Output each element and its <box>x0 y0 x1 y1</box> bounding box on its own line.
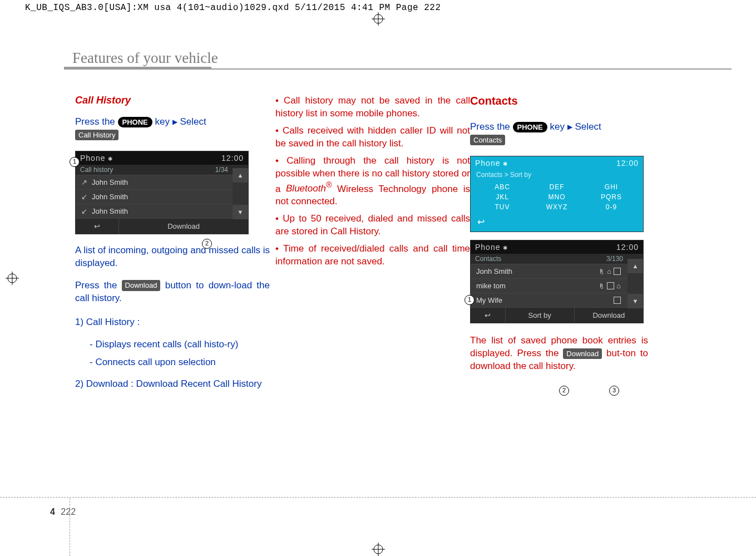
sort-cell: DEF <box>531 183 583 191</box>
page-number: 222 <box>61 507 76 516</box>
shot-sub-label: Contacts <box>475 255 501 263</box>
call-history-para2: Press the Download button to down-load t… <box>75 279 270 305</box>
call-history-press-line: Press the PHONE key ▶ Select Call Histor… <box>75 116 270 141</box>
shot-app-title: Phone ✱ <box>475 243 508 252</box>
contact-name: mike tom <box>476 282 597 290</box>
shot-sub: Contacts 3/130 <box>471 254 643 264</box>
download-button: Download <box>118 219 248 234</box>
contact-name: My Wife <box>476 296 612 304</box>
scroll-down-icon: ▼ <box>233 205 248 219</box>
call-row: ↗John Smith <box>76 175 233 189</box>
office-icon <box>614 268 621 275</box>
sort-cell: JKL <box>476 193 528 201</box>
call-name: John Smith <box>92 207 128 215</box>
sort-cell: WXYZ <box>531 203 583 211</box>
call-history-para1: A list of incoming, outgoing and missed … <box>75 244 270 270</box>
incoming-call-icon: ↙ <box>81 193 87 201</box>
arrow-right-icon: ▶ <box>567 123 572 131</box>
office-icon <box>607 282 614 289</box>
call-history-pill: Call History <box>75 130 118 141</box>
contact-row: Jonh Smith <box>471 264 627 278</box>
shot-sub: Call history 1/34 <box>76 165 248 175</box>
call-history-heading: Call History <box>75 95 270 106</box>
home-icon <box>615 282 622 290</box>
note-item: Calling through the call history is not … <box>275 155 470 208</box>
call-name: John Smith <box>92 193 128 201</box>
sort-cell: 0-9 <box>585 203 638 211</box>
note-item: Call history may not be saved in the cal… <box>275 95 470 120</box>
shot-sub: Contacts > Sort by <box>471 170 643 180</box>
item-1a: - Displays recent calls (call histo-ry) <box>75 338 270 351</box>
sortby-button: Sort by <box>505 308 574 323</box>
registration-mark-left <box>6 272 19 285</box>
sort-cell: ABC <box>476 183 528 191</box>
text: key <box>550 121 567 132</box>
text: Press the <box>470 121 513 132</box>
contact-name: Jonh Smith <box>476 267 597 275</box>
shot-time: 12:00 <box>616 243 639 252</box>
scroll-col: ▲ ▼ <box>233 168 248 219</box>
sort-cell: GHI <box>585 183 638 191</box>
shot-time: 12:00 <box>616 159 639 168</box>
note-item: Calls received with hidden caller ID wil… <box>275 125 470 150</box>
registration-mark-top <box>372 12 385 26</box>
text: Press the <box>75 280 122 291</box>
home-icon <box>606 267 612 275</box>
sort-cell: TUV <box>476 203 528 211</box>
shot-footer: ↩ Download <box>76 218 248 234</box>
print-header-line: K_UB_IQS_AB3.0[USA]:XM usa 4(101~audio)1… <box>25 3 441 13</box>
contacts-sort-screenshot: Phone ✱ 12:00 Contacts > Sort by ABC DEF… <box>470 156 644 232</box>
call-row: ↙John Smith <box>76 189 233 204</box>
chapter-number: 4 <box>50 507 55 516</box>
call-history-screenshot: Phone ✱ 12:00 Call history 1/34 ↗John Sm… <box>75 151 249 234</box>
text: Press the <box>75 116 118 127</box>
shot-app-title: Phone ✱ <box>80 154 113 163</box>
shot-footer: ↩ Sort by Download <box>471 307 643 323</box>
shot-titlebar: Phone ✱ 12:00 <box>471 240 643 254</box>
office-icon <box>614 297 621 304</box>
item-2: 2) Download : Download Recent Call Histo… <box>75 378 270 391</box>
shot-app-title: Phone ✱ <box>475 159 508 168</box>
notes-list: Call history may not be saved in the cal… <box>275 95 470 268</box>
mobile-icon <box>597 267 606 275</box>
note-item: Up to 50 received, dialed and missed cal… <box>275 213 470 238</box>
note-item: Time of received/dialed calls and call t… <box>275 243 470 268</box>
section-title: Features of your vehicle <box>72 50 218 67</box>
contacts-para: The list of saved phone book entries is … <box>470 334 648 373</box>
text: Select <box>575 121 601 132</box>
callout-2: 2 <box>202 239 212 249</box>
contacts-press-line: Press the PHONE key ▶ Select Contacts <box>470 121 648 146</box>
scroll-col: ▲ ▼ <box>627 259 643 308</box>
text: Select <box>180 116 206 127</box>
section-rule <box>64 68 732 70</box>
callout-3: 3 <box>609 386 619 396</box>
sort-cell: PQRS <box>585 193 638 201</box>
arrow-right-icon: ▶ <box>172 118 177 126</box>
column-1: Call History Press the PHONE key ▶ Selec… <box>75 95 270 400</box>
sort-cell: MNO <box>531 193 583 201</box>
shot-titlebar: Phone ✱ 12:00 <box>76 151 248 165</box>
shot-sub-label: Call history <box>80 166 113 174</box>
scroll-up-icon: ▲ <box>233 168 248 183</box>
contacts-heading: Contacts <box>470 95 648 107</box>
contacts-list-screenshot: Phone ✱ 12:00 Contacts 3/130 Jonh Smith … <box>470 240 644 323</box>
shot-titlebar: Phone ✱ 12:00 <box>471 156 643 170</box>
back-button: ↩ <box>471 213 643 232</box>
callout-1: 1 <box>70 157 80 167</box>
item-1-heading: 1) Call History : <box>75 316 270 329</box>
call-name: John Smith <box>92 178 128 186</box>
contacts-pill: Contacts <box>470 135 505 146</box>
mobile-icon <box>597 282 606 290</box>
registration-mark-bottom <box>372 543 385 556</box>
bluetooth-word: Bluetooth® <box>286 183 332 194</box>
callout-1: 1 <box>465 295 475 305</box>
phone-key-pill: PHONE <box>118 117 152 128</box>
download-button: Download <box>574 308 643 323</box>
scroll-down-icon: ▼ <box>627 294 643 308</box>
shot-time: 12:00 <box>221 154 244 163</box>
callout-2: 2 <box>559 386 569 396</box>
contact-row: mike tom <box>471 278 627 293</box>
page-footer: 4 222 <box>50 507 76 517</box>
text: key <box>155 116 172 127</box>
back-button: ↩ <box>471 308 505 323</box>
